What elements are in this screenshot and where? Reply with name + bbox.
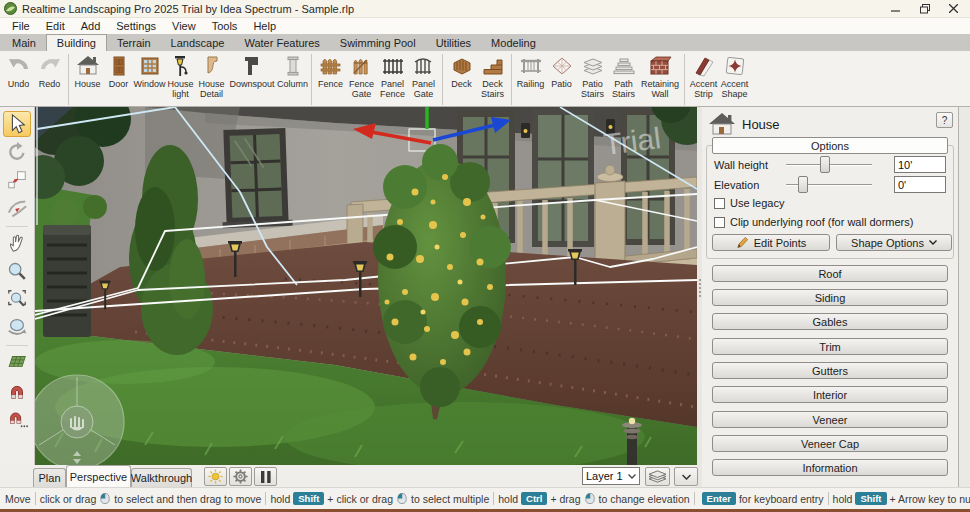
layers-button[interactable] <box>645 467 670 486</box>
plan-view-tab[interactable]: Plan <box>33 468 66 487</box>
elevation-slider-thumb[interactable] <box>798 176 808 193</box>
downspout-button[interactable]: Downspout <box>227 53 277 89</box>
layer-select[interactable]: Layer 1 <box>582 467 640 485</box>
walkthrough-view-tab[interactable]: Walkthrough <box>131 468 192 487</box>
tab-swimming-pool[interactable]: Swimming Pool <box>330 34 426 51</box>
house-button[interactable]: House <box>72 53 103 89</box>
snap-options-tool[interactable] <box>3 405 31 431</box>
close-button[interactable] <box>939 0 968 17</box>
layer-options-button[interactable] <box>674 467 698 486</box>
trim-button[interactable]: Trim <box>712 338 948 355</box>
path-stairs-button[interactable]: Path Stairs <box>608 53 639 99</box>
close-icon <box>949 4 958 13</box>
house-detail-button[interactable]: House Detail <box>196 53 227 99</box>
tab-main[interactable]: Main <box>2 34 46 51</box>
tab-terrain[interactable]: Terrain <box>107 34 161 51</box>
menu-tools[interactable]: Tools <box>204 19 246 33</box>
menu-file[interactable]: File <box>4 19 38 33</box>
pause-button[interactable] <box>254 467 277 486</box>
window-title: Realtime Landscaping Pro 2025 Trial by I… <box>22 3 354 15</box>
gables-button[interactable]: Gables <box>712 313 948 330</box>
railing-button[interactable]: Railing <box>515 53 546 89</box>
house-light-button[interactable]: House light <box>165 53 196 99</box>
interior-button[interactable]: Interior <box>712 386 948 403</box>
roof-button[interactable]: Roof <box>712 265 948 282</box>
siding-button[interactable]: Siding <box>712 289 948 306</box>
view-settings-button[interactable] <box>229 467 252 486</box>
column-button[interactable]: Column <box>277 53 308 89</box>
zoom-tool[interactable] <box>3 258 31 284</box>
toolbar-separator <box>684 54 685 105</box>
wall-height-slider[interactable] <box>786 156 872 173</box>
edit-curve-tool[interactable] <box>3 195 31 221</box>
wall-height-input[interactable] <box>894 156 946 173</box>
orbit-view-tool[interactable] <box>3 314 31 340</box>
retaining-wall-button[interactable]: Retaining Wall <box>639 53 681 99</box>
wall-height-slider-thumb[interactable] <box>820 156 830 173</box>
undo-button[interactable]: Undo <box>3 53 34 89</box>
tab-building[interactable]: Building <box>46 34 107 51</box>
veneer-button[interactable]: Veneer <box>712 411 948 428</box>
tab-modeling[interactable]: Modeling <box>481 34 546 51</box>
rotate-tool[interactable] <box>3 139 31 165</box>
pan-tool[interactable] <box>3 230 31 256</box>
veneer-cap-button[interactable]: Veneer Cap <box>712 435 948 452</box>
window-button[interactable]: Window <box>134 53 165 89</box>
fence-gate-icon <box>350 54 374 78</box>
elevation-input[interactable] <box>894 176 946 193</box>
menu-view[interactable]: View <box>164 19 204 33</box>
clip-roof-checkbox[interactable] <box>714 217 725 228</box>
fence-button[interactable]: Fence <box>315 53 346 89</box>
shape-options-button[interactable]: Shape Options <box>836 234 952 251</box>
building-toolbar: Undo Redo House Door Window House light … <box>0 51 970 107</box>
grid-icon <box>6 351 28 373</box>
information-button[interactable]: Information <box>712 459 948 476</box>
door-button[interactable]: Door <box>103 53 134 89</box>
edit-points-button[interactable]: Edit Points <box>712 234 830 251</box>
tab-utilities[interactable]: Utilities <box>426 34 481 51</box>
deck-stairs-button[interactable]: Deck Stairs <box>477 53 508 99</box>
patio-button[interactable]: Patio <box>546 53 577 89</box>
snap-tool[interactable] <box>3 377 31 403</box>
title-bar[interactable]: Realtime Landscaping Pro 2025 Trial by I… <box>0 0 970 18</box>
gutters-button[interactable]: Gutters <box>712 362 948 379</box>
deck-stairs-icon <box>481 54 505 78</box>
status-mode: Move <box>5 493 31 505</box>
fence-gate-button[interactable]: Fence Gate <box>346 53 377 99</box>
zoom-region-icon <box>6 288 28 310</box>
elevation-slider[interactable] <box>786 176 872 193</box>
sun-lighting-button[interactable] <box>204 467 227 486</box>
menu-settings[interactable]: Settings <box>108 19 164 33</box>
minimize-button[interactable] <box>881 0 910 17</box>
accent-strip-button[interactable]: Accent Strip <box>688 53 719 99</box>
compost-bin <box>43 225 91 337</box>
grid-tool[interactable] <box>3 349 31 375</box>
redo-button[interactable]: Redo <box>34 53 65 89</box>
navigation-wheel[interactable] <box>35 375 124 465</box>
menu-edit[interactable]: Edit <box>38 19 73 33</box>
tab-landscape[interactable]: Landscape <box>161 34 235 51</box>
use-legacy-checkbox[interactable] <box>714 198 725 209</box>
left-tool-strip <box>0 107 35 465</box>
accent-shape-button[interactable]: Accent Shape <box>719 53 750 99</box>
patio-stairs-button[interactable]: Patio Stairs <box>577 53 608 99</box>
chevron-down-icon <box>682 474 691 480</box>
pencil-icon <box>736 236 749 249</box>
panel-gate-button[interactable]: Panel Gate <box>408 53 439 99</box>
select-tool[interactable] <box>3 111 31 137</box>
zoom-region-tool[interactable] <box>3 286 31 312</box>
scale-tool[interactable] <box>3 167 31 193</box>
snap-magnet-icon <box>6 379 28 401</box>
maximize-button[interactable] <box>910 0 939 17</box>
deck-icon <box>450 54 474 78</box>
options-button[interactable]: Options <box>712 137 948 154</box>
panel-fence-button[interactable]: Panel Fence <box>377 53 408 99</box>
menu-add[interactable]: Add <box>73 19 109 33</box>
edit-curve-icon <box>6 197 28 219</box>
tab-water-features[interactable]: Water Features <box>234 34 329 51</box>
viewport-3d[interactable]: Trial <box>35 107 697 465</box>
deck-button[interactable]: Deck <box>446 53 477 89</box>
menu-help[interactable]: Help <box>245 19 284 33</box>
perspective-view-tab[interactable]: Perspective <box>66 465 131 487</box>
help-button[interactable]: ? <box>936 112 953 128</box>
